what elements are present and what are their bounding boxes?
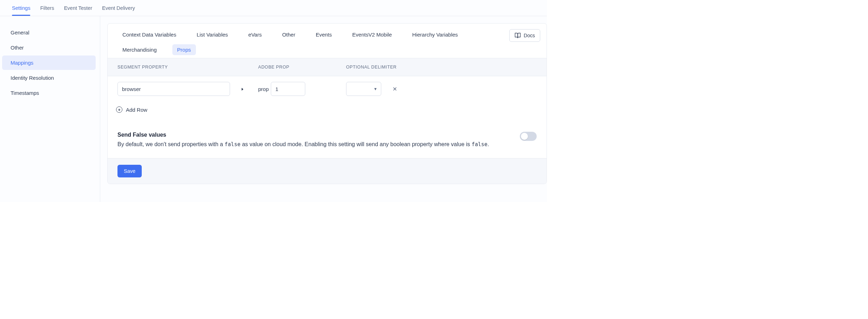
add-row-button[interactable]: + Add Row: [108, 102, 547, 121]
chip-events[interactable]: Events: [311, 29, 337, 40]
send-false-description: By default, we don't send properties wit…: [117, 140, 489, 149]
docs-label: Docs: [524, 33, 535, 38]
chevron-down-icon: ▼: [374, 87, 377, 91]
send-false-section: Send False values By default, we don't s…: [108, 121, 547, 158]
delete-row-button[interactable]: ✕: [392, 86, 397, 92]
col-adobe-prop: ADOBE PROP: [258, 65, 346, 70]
chip-hierarchy-variables[interactable]: Hierarchy Variables: [407, 29, 463, 40]
delimiter-select[interactable]: ▼: [346, 82, 381, 96]
tab-event-tester[interactable]: Event Tester: [64, 1, 92, 15]
chip-list-variables[interactable]: List Variables: [192, 29, 233, 40]
arrow-icon: [241, 87, 244, 91]
chip-merchandising[interactable]: Merchandising: [117, 44, 162, 55]
book-icon: [515, 32, 521, 39]
panel-footer: Save: [108, 158, 547, 184]
sidebar-item-identity-resolution[interactable]: Identity Resolution: [2, 71, 96, 85]
save-button[interactable]: Save: [117, 165, 142, 177]
send-false-title: Send False values: [117, 132, 489, 138]
sidebar-item-timestamps[interactable]: Timestamps: [2, 86, 96, 100]
col-segment-property: SEGMENT PROPERTY: [117, 65, 258, 70]
prop-number-input[interactable]: [271, 82, 305, 96]
chip-other[interactable]: Other: [277, 29, 300, 40]
tab-filters[interactable]: Filters: [40, 1, 54, 15]
sidebar-item-other[interactable]: Other: [2, 40, 96, 55]
mappings-columns: SEGMENT PROPERTY ADOBE PROP OPTIONAL DEL…: [108, 58, 547, 76]
mappings-panel: Context Data Variables List Variables eV…: [107, 23, 547, 184]
chip-eventsv2-mobile[interactable]: EventsV2 Mobile: [347, 29, 397, 40]
sidebar-item-mappings[interactable]: Mappings: [2, 56, 96, 70]
sidebar-item-general[interactable]: General: [2, 25, 96, 40]
mapping-type-tabs: Context Data Variables List Variables eV…: [117, 29, 480, 55]
top-tabs: Settings Filters Event Tester Event Deli…: [0, 0, 547, 16]
sidebar: General Other Mappings Identity Resoluti…: [0, 16, 100, 202]
chip-props[interactable]: Props: [172, 44, 196, 55]
plus-circle-icon: +: [116, 106, 122, 113]
mapping-row: prop ▼ ✕: [108, 76, 547, 102]
prop-prefix-label: prop: [258, 86, 269, 92]
chip-context-data-variables[interactable]: Context Data Variables: [117, 29, 181, 40]
col-optional-delimiter: OPTIONAL DELIMITER: [346, 65, 409, 70]
docs-button[interactable]: Docs: [509, 29, 540, 42]
segment-property-input[interactable]: [117, 82, 230, 96]
tab-event-delivery[interactable]: Event Delivery: [102, 1, 135, 15]
tab-settings[interactable]: Settings: [12, 1, 30, 15]
send-false-toggle[interactable]: [520, 132, 537, 141]
chip-evars[interactable]: eVars: [243, 29, 267, 40]
add-row-label: Add Row: [126, 107, 147, 113]
